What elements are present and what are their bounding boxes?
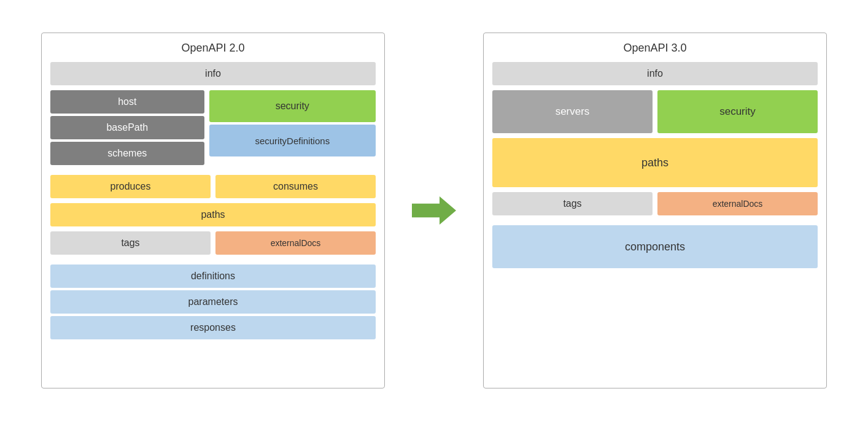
openapi2-row3: produces consumes — [50, 175, 376, 198]
openapi3-servers: servers — [492, 90, 653, 133]
openapi3-tags: tags — [492, 192, 653, 215]
openapi3-components: components — [492, 225, 818, 268]
openapi2-externaldocs: externalDocs — [215, 231, 376, 255]
openapi3-paths: paths — [492, 138, 818, 187]
openapi2-paths: paths — [50, 203, 376, 226]
openapi3-box: OpenAPI 3.0 info servers security paths … — [483, 33, 827, 388]
openapi2-row4: tags externalDocs — [50, 231, 376, 255]
openapi2-host: host — [50, 90, 204, 114]
openapi3-externaldocs: externalDocs — [657, 192, 818, 215]
main-container: OpenAPI 2.0 info host basePath schemes s… — [20, 33, 848, 388]
svg-marker-0 — [412, 196, 456, 225]
openapi2-produces: produces — [50, 175, 211, 198]
arrow-icon — [412, 195, 456, 226]
openapi2-info: info — [50, 62, 376, 85]
openapi2-tags: tags — [50, 231, 211, 255]
openapi2-title: OpenAPI 2.0 — [50, 42, 376, 55]
openapi2-security: security — [209, 90, 376, 122]
openapi2-definitions: definitions — [50, 265, 376, 288]
openapi3-title: OpenAPI 3.0 — [492, 42, 818, 55]
openapi2-securitydefinitions: securityDefinitions — [209, 125, 376, 156]
openapi3-security: security — [657, 90, 818, 133]
openapi3-info: info — [492, 62, 818, 85]
arrow-container — [409, 195, 459, 226]
openapi3-row2: servers security — [492, 90, 818, 133]
openapi2-box: OpenAPI 2.0 info host basePath schemes s… — [41, 33, 385, 388]
openapi2-row2: host basePath schemes security securityD… — [50, 90, 376, 165]
openapi2-consumes: consumes — [215, 175, 376, 198]
openapi2-schemes: schemes — [50, 142, 204, 165]
openapi3-row3: tags externalDocs — [492, 192, 818, 215]
openapi2-basepath: basePath — [50, 116, 204, 139]
openapi2-parameters: parameters — [50, 290, 376, 314]
openapi2-responses: responses — [50, 316, 376, 339]
